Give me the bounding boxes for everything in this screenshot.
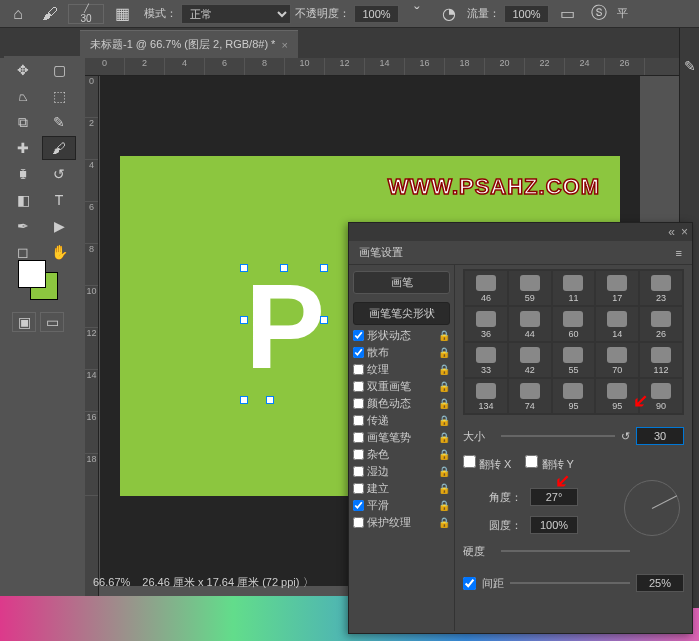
lock-icon[interactable]: 🔒: [438, 483, 450, 494]
brush-tip[interactable]: 42: [508, 342, 552, 378]
transform-handle[interactable]: [240, 396, 248, 404]
option-形状动态[interactable]: 形状动态🔒: [353, 327, 450, 344]
pen-tool[interactable]: ✒: [6, 214, 40, 238]
brush-tip[interactable]: 74: [508, 378, 552, 414]
angle-widget[interactable]: [624, 480, 680, 536]
brush-tip[interactable]: 134: [464, 378, 508, 414]
home-icon[interactable]: ⌂: [4, 2, 32, 26]
brush-tip[interactable]: 59: [508, 270, 552, 306]
brush-preset-picker[interactable]: ╱ 30: [68, 4, 104, 24]
brush-tip-grid[interactable]: 4659111723364460142633425570112134749595…: [463, 269, 684, 415]
option-纹理[interactable]: 纹理🔒: [353, 361, 450, 378]
lock-icon[interactable]: 🔒: [438, 466, 450, 477]
lock-icon[interactable]: 🔒: [438, 517, 450, 528]
option-平滑[interactable]: 平滑🔒: [353, 497, 450, 514]
option-杂色[interactable]: 杂色🔒: [353, 446, 450, 463]
panel-menu-icon[interactable]: ≡: [676, 247, 682, 259]
document-tab[interactable]: 未标题-1 @ 66.7% (图层 2, RGB/8#) * ×: [80, 30, 298, 58]
option-双重画笔[interactable]: 双重画笔🔒: [353, 378, 450, 395]
quick-select-tool[interactable]: ⬚: [42, 84, 76, 108]
airbrush-icon[interactable]: ▭: [553, 2, 581, 26]
reset-icon[interactable]: ↺: [621, 430, 630, 443]
panel-icon[interactable]: ✎: [684, 58, 696, 74]
hardness-slider[interactable]: [501, 544, 630, 558]
transform-handle[interactable]: [280, 264, 288, 272]
lock-icon[interactable]: 🔒: [438, 449, 450, 460]
brush-tip[interactable]: 14: [595, 306, 639, 342]
brush-tip[interactable]: 112: [639, 342, 683, 378]
brush-tip[interactable]: 33: [464, 342, 508, 378]
size-input[interactable]: [636, 427, 684, 445]
brush-icon[interactable]: 🖌: [36, 2, 64, 26]
option-湿边[interactable]: 湿边🔒: [353, 463, 450, 480]
color-swatches[interactable]: [18, 260, 58, 300]
transform-handle[interactable]: [240, 264, 248, 272]
spacing-input[interactable]: [636, 574, 684, 592]
size-slider[interactable]: [501, 429, 615, 443]
foreground-color[interactable]: [18, 260, 46, 288]
flip-x-check[interactable]: 翻转 X: [463, 455, 511, 472]
collapse-icon[interactable]: «: [668, 225, 675, 239]
lasso-tool[interactable]: ⏢: [6, 84, 40, 108]
brush-tip[interactable]: 11: [552, 270, 596, 306]
brush-tip[interactable]: 55: [552, 342, 596, 378]
lock-icon[interactable]: 🔒: [438, 364, 450, 375]
marquee-tool[interactable]: ▢: [42, 58, 76, 82]
transform-handle[interactable]: [266, 396, 274, 404]
close-panel-icon[interactable]: ×: [681, 225, 688, 239]
close-icon[interactable]: ×: [281, 39, 287, 51]
brush-tip[interactable]: 17: [595, 270, 639, 306]
lock-icon[interactable]: 🔒: [438, 432, 450, 443]
stamp-tool[interactable]: ⧯: [6, 162, 40, 186]
angle-input[interactable]: [530, 488, 578, 506]
move-tool[interactable]: ✥: [6, 58, 40, 82]
screenmode-icon[interactable]: ▭: [40, 312, 64, 332]
lock-icon[interactable]: 🔒: [438, 415, 450, 426]
opacity-dropdown-icon[interactable]: ˇ: [403, 2, 431, 26]
transform-handle[interactable]: [320, 264, 328, 272]
option-传递[interactable]: 传递🔒: [353, 412, 450, 429]
brushes-button[interactable]: 画笔: [353, 271, 450, 294]
brush-tip[interactable]: 46: [464, 270, 508, 306]
path-select-tool[interactable]: ▶: [42, 214, 76, 238]
brush-tip[interactable]: 60: [552, 306, 596, 342]
option-颜色动态[interactable]: 颜色动态🔒: [353, 395, 450, 412]
brush-tip[interactable]: 23: [639, 270, 683, 306]
eraser-tool[interactable]: ◧: [6, 188, 40, 212]
option-建立[interactable]: 建立🔒: [353, 480, 450, 497]
history-brush-tool[interactable]: ↺: [42, 162, 76, 186]
smooth-icon[interactable]: ⓢ: [585, 2, 613, 26]
crop-tool[interactable]: ⧉: [6, 110, 40, 134]
roundness-input[interactable]: [530, 516, 578, 534]
lock-icon[interactable]: 🔒: [438, 500, 450, 511]
transform-handle[interactable]: [320, 316, 328, 324]
lock-icon[interactable]: 🔒: [438, 347, 450, 358]
brush-tip[interactable]: 44: [508, 306, 552, 342]
type-tool[interactable]: T: [42, 188, 76, 212]
pressure-opacity-icon[interactable]: ◔: [435, 2, 463, 26]
brush-tip[interactable]: 70: [595, 342, 639, 378]
transform-handle[interactable]: [240, 316, 248, 324]
spacing-slider[interactable]: [510, 576, 630, 590]
zoom-level[interactable]: 66.67%: [93, 576, 130, 588]
tip-shape-button[interactable]: 画笔笔尖形状: [353, 302, 450, 325]
opacity-input[interactable]: [354, 5, 399, 23]
spacing-check[interactable]: [463, 577, 476, 590]
option-保护纹理[interactable]: 保护纹理🔒: [353, 514, 450, 531]
flip-y-check[interactable]: 翻转 Y: [525, 455, 573, 472]
lock-icon[interactable]: 🔒: [438, 398, 450, 409]
option-画笔笔势[interactable]: 画笔笔势🔒: [353, 429, 450, 446]
brush-tip[interactable]: 26: [639, 306, 683, 342]
brush-settings-icon[interactable]: ▦: [108, 2, 136, 26]
lock-icon[interactable]: 🔒: [438, 381, 450, 392]
flow-input[interactable]: [504, 5, 549, 23]
text-layer[interactable]: P: [245, 266, 325, 386]
option-散布[interactable]: 散布🔒: [353, 344, 450, 361]
healing-tool[interactable]: ✚: [6, 136, 40, 160]
brush-tip[interactable]: 95: [552, 378, 596, 414]
brush-tip[interactable]: 36: [464, 306, 508, 342]
eyedropper-tool[interactable]: ✎: [42, 110, 76, 134]
lock-icon[interactable]: 🔒: [438, 330, 450, 341]
brush-tool[interactable]: 🖌: [42, 136, 76, 160]
blend-mode-select[interactable]: 正常: [181, 4, 291, 24]
